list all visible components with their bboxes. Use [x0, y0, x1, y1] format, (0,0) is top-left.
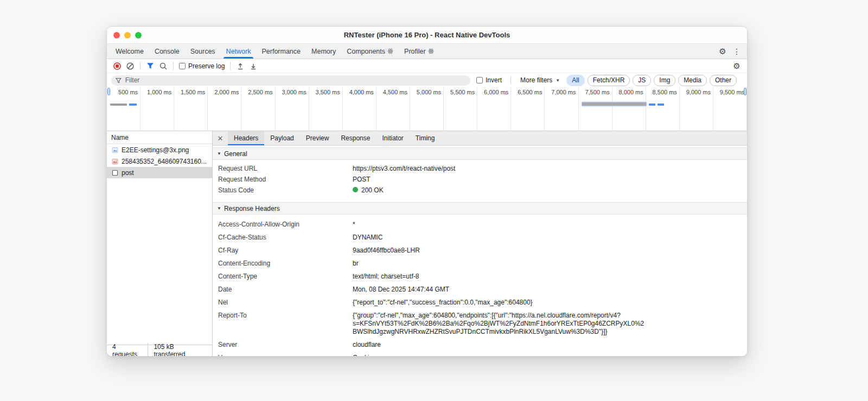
header-row: Nel{"report_to":"cf-nel","success_fracti… — [213, 296, 747, 309]
header-row: Access-Control-Allow-Origin* — [213, 218, 747, 231]
invert-label: Invert — [486, 76, 502, 84]
section-title: General — [224, 150, 247, 158]
preserve-log-checkbox[interactable] — [179, 63, 186, 69]
section-rows: Access-Control-Allow-Origin*Cf-Cache-Sta… — [213, 215, 747, 356]
timeline-tick: 3,500 ms — [309, 87, 343, 131]
request-row-e2ee-settings-3x-png[interactable]: E2EE-settings@3x.png — [107, 144, 212, 156]
detail-tabs-list: HeadersPayloadPreviewResponseInitiatorTi… — [228, 131, 441, 145]
more-filters-dropdown[interactable]: More filters ▼ — [518, 76, 562, 84]
timeline-tick: 2,500 ms — [241, 87, 275, 131]
name-column-header[interactable]: Name — [107, 131, 212, 144]
image-blue-icon-wrapper — [111, 146, 118, 153]
detail-tab-timing[interactable]: Timing — [410, 131, 441, 145]
network-settings-icon[interactable]: ⚙ — [731, 60, 743, 72]
timeline-tick-label: 8,500 ms — [653, 89, 677, 95]
timeline-tick-label: 9,000 ms — [686, 89, 711, 95]
header-value-text: POST — [353, 176, 371, 184]
chip-all[interactable]: All — [566, 75, 584, 86]
header-value-text: Cookie — [353, 354, 373, 357]
chip-media[interactable]: Media — [678, 75, 707, 86]
preserve-log-toggle[interactable]: Preserve log — [177, 62, 226, 70]
timeline-tick: 7,500 ms — [579, 87, 612, 131]
tab-memory[interactable]: Memory — [306, 44, 341, 59]
fullscreen-window-button[interactable] — [135, 32, 142, 38]
detail-tab-preview[interactable]: Preview — [300, 131, 335, 145]
invert-filter-toggle[interactable]: Invert — [475, 76, 503, 84]
tab-sources[interactable]: Sources — [185, 44, 221, 59]
export-har-button[interactable] — [247, 61, 259, 72]
section-header-general[interactable]: ▼General — [213, 147, 747, 160]
network-toolbar: Preserve log ⚙ — [107, 59, 747, 73]
tab-console[interactable]: Console — [149, 44, 185, 59]
header-row: VaryCookie — [213, 351, 747, 356]
timeline-tick: 1,000 ms — [141, 87, 174, 131]
resource-type-chips: AllFetch/XHRJSImgMediaOther — [566, 75, 737, 86]
toolbar-divider — [140, 62, 141, 70]
detail-tab-initiator[interactable]: Initiator — [376, 131, 409, 145]
header-value: 9aad0f46ffbc0ae8-LHR — [353, 247, 743, 255]
request-name: E2EE-settings@3x.png — [122, 146, 189, 154]
filter-input-wrapper[interactable] — [111, 75, 470, 86]
header-row: Request URLhttps://ptsv3.com/t/react-nat… — [213, 163, 747, 174]
tab-profiler[interactable]: Profiler — [399, 44, 439, 59]
timeline-tick: 9,500 ms — [713, 87, 747, 131]
tab-label: Sources — [190, 48, 215, 55]
chip-js[interactable]: JS — [633, 75, 651, 86]
timeline-right-handle[interactable] — [744, 88, 746, 95]
section-rows: Request URLhttps://ptsv3.com/t/react-nat… — [213, 160, 747, 198]
react-icon — [428, 48, 434, 54]
clear-network-log-button[interactable] — [124, 61, 136, 72]
chip-fetch-xhr[interactable]: Fetch/XHR — [588, 75, 630, 86]
tab-network[interactable]: Network — [221, 44, 257, 59]
timeline-tick-label: 6,000 ms — [484, 89, 508, 95]
invert-checkbox[interactable] — [476, 77, 483, 83]
header-value: Cookie — [353, 354, 743, 357]
chip-other[interactable]: Other — [710, 75, 737, 86]
search-button[interactable] — [157, 61, 169, 72]
request-rows: E2EE-settings@3x.png258435352_6486097431… — [107, 144, 212, 345]
disclosure-triangle-icon: ▼ — [217, 206, 221, 211]
header-row: Cf-Ray9aad0f46ffbc0ae8-LHR — [213, 244, 747, 257]
timeline-tick-label: 3,500 ms — [316, 89, 340, 95]
header-value: text/html; charset=utf-8 — [353, 273, 743, 281]
timeline-tick: 1,500 ms — [174, 87, 208, 131]
devtools-tab-bar: WelcomeConsoleSourcesNetworkPerformanceM… — [107, 44, 747, 59]
close-window-button[interactable] — [113, 32, 120, 38]
window-titlebar: RNTester (iPhone 16 Pro) - React Native … — [107, 27, 747, 44]
section-header-response-headers[interactable]: ▼Response Headers — [213, 202, 747, 215]
tab-performance[interactable]: Performance — [256, 44, 306, 59]
image-photo-icon-wrapper — [111, 158, 118, 165]
header-name: Cf-Ray — [218, 247, 353, 254]
timeline-tick-label: 5,000 ms — [417, 89, 441, 95]
timeline-tick-label: 1,500 ms — [181, 89, 205, 95]
devtools-settings-icon[interactable]: ⚙ — [717, 46, 729, 57]
tab-components[interactable]: Components — [341, 44, 399, 59]
header-name: Nel — [218, 299, 353, 306]
close-details-icon[interactable]: ✕ — [213, 131, 228, 145]
waterfall-bar-gray-selected — [582, 102, 646, 106]
detail-tab-payload[interactable]: Payload — [264, 131, 299, 145]
timeline-tick-label: 9,500 ms — [720, 89, 744, 95]
request-row-258435352-648609743160-[interactable]: 258435352_648609743160... — [107, 156, 212, 167]
header-name: Date — [218, 286, 353, 293]
tab-welcome[interactable]: Welcome — [110, 44, 149, 59]
detail-tab-response[interactable]: Response — [335, 131, 376, 145]
filter-toggle-button[interactable] — [144, 61, 156, 72]
record-network-log-button[interactable] — [111, 61, 123, 72]
network-overview-timeline[interactable]: 500 ms1,000 ms1,500 ms2,000 ms2,500 ms3,… — [107, 87, 747, 131]
header-value: {"group":"cf-nel","max_age":604800,"endp… — [353, 312, 743, 336]
detail-tab-headers[interactable]: Headers — [228, 131, 264, 145]
more-options-icon[interactable]: ⋮ — [731, 46, 743, 57]
preserve-log-label: Preserve log — [188, 62, 225, 70]
header-name: Request URL — [218, 165, 353, 172]
chip-img[interactable]: Img — [654, 75, 675, 86]
header-row: Report-To{"group":"cf-nel","max_age":604… — [213, 309, 747, 338]
timeline-left-handle[interactable] — [107, 88, 110, 95]
request-row-post[interactable]: post — [107, 167, 212, 178]
minimize-window-button[interactable] — [124, 32, 131, 38]
import-har-button[interactable] — [234, 61, 246, 72]
header-value: cloudflare — [353, 341, 743, 349]
header-value-text: br — [353, 260, 359, 268]
filter-input[interactable] — [124, 76, 466, 85]
timeline-tick-label: 4,000 ms — [349, 89, 374, 95]
